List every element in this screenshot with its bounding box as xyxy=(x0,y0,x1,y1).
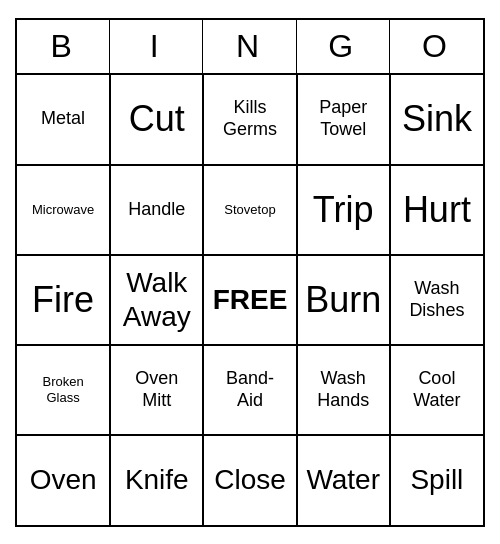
cell-text-21: Knife xyxy=(125,463,189,497)
header-letter-G: G xyxy=(297,20,390,73)
bingo-cell-15: BrokenGlass xyxy=(17,345,110,435)
cell-text-13: Burn xyxy=(305,278,381,321)
cell-text-6: Handle xyxy=(128,199,185,221)
bingo-cell-8: Trip xyxy=(297,165,390,255)
bingo-cell-14: WashDishes xyxy=(390,255,483,345)
bingo-cell-13: Burn xyxy=(297,255,390,345)
bingo-cell-17: Band-Aid xyxy=(203,345,296,435)
bingo-cell-11: WalkAway xyxy=(110,255,203,345)
bingo-grid: MetalCutKillsGermsPaperTowelSinkMicrowav… xyxy=(17,75,483,525)
cell-text-8: Trip xyxy=(313,188,374,231)
bingo-cell-6: Handle xyxy=(110,165,203,255)
bingo-cell-9: Hurt xyxy=(390,165,483,255)
bingo-cell-4: Sink xyxy=(390,75,483,165)
cell-text-7: Stovetop xyxy=(224,202,275,218)
bingo-cell-24: Spill xyxy=(390,435,483,525)
header-letter-I: I xyxy=(110,20,203,73)
bingo-cell-12: FREE xyxy=(203,255,296,345)
header-letter-O: O xyxy=(390,20,483,73)
cell-text-11: WalkAway xyxy=(123,266,191,333)
cell-text-24: Spill xyxy=(410,463,463,497)
cell-text-4: Sink xyxy=(402,97,472,140)
header-letter-N: N xyxy=(203,20,296,73)
bingo-cell-18: WashHands xyxy=(297,345,390,435)
bingo-cell-7: Stovetop xyxy=(203,165,296,255)
cell-text-0: Metal xyxy=(41,108,85,130)
cell-text-10: Fire xyxy=(32,278,94,321)
cell-text-18: WashHands xyxy=(317,368,369,411)
cell-text-3: PaperTowel xyxy=(319,97,367,140)
bingo-cell-5: Microwave xyxy=(17,165,110,255)
bingo-card: BINGO MetalCutKillsGermsPaperTowelSinkMi… xyxy=(15,18,485,527)
bingo-cell-0: Metal xyxy=(17,75,110,165)
bingo-cell-10: Fire xyxy=(17,255,110,345)
cell-text-2: KillsGerms xyxy=(223,97,277,140)
bingo-header: BINGO xyxy=(17,20,483,75)
cell-text-20: Oven xyxy=(30,463,97,497)
cell-text-22: Close xyxy=(214,463,286,497)
bingo-cell-20: Oven xyxy=(17,435,110,525)
cell-text-19: CoolWater xyxy=(413,368,460,411)
bingo-cell-22: Close xyxy=(203,435,296,525)
bingo-cell-2: KillsGerms xyxy=(203,75,296,165)
bingo-cell-3: PaperTowel xyxy=(297,75,390,165)
bingo-cell-16: OvenMitt xyxy=(110,345,203,435)
cell-text-9: Hurt xyxy=(403,188,471,231)
bingo-cell-19: CoolWater xyxy=(390,345,483,435)
cell-text-16: OvenMitt xyxy=(135,368,178,411)
cell-text-12: FREE xyxy=(213,283,288,317)
header-letter-B: B xyxy=(17,20,110,73)
cell-text-17: Band-Aid xyxy=(226,368,274,411)
bingo-cell-21: Knife xyxy=(110,435,203,525)
bingo-cell-23: Water xyxy=(297,435,390,525)
cell-text-14: WashDishes xyxy=(409,278,464,321)
cell-text-5: Microwave xyxy=(32,202,94,218)
bingo-cell-1: Cut xyxy=(110,75,203,165)
cell-text-23: Water xyxy=(306,463,380,497)
cell-text-1: Cut xyxy=(129,97,185,140)
cell-text-15: BrokenGlass xyxy=(42,374,83,405)
